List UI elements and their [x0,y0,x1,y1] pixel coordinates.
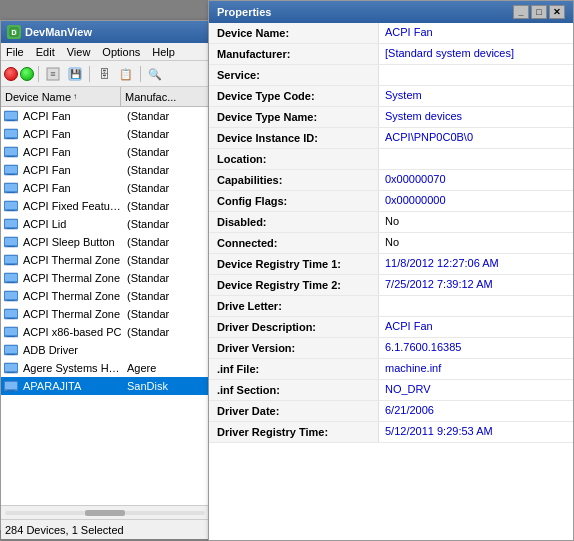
svg-rect-30 [5,202,17,209]
property-row: Device Name:ACPI Fan [209,23,573,44]
hscrollbar[interactable] [1,505,209,519]
toolbar-btn-2[interactable]: 💾 [65,64,85,84]
device-name-cell: APARAJITA [21,380,125,392]
device-manufacturer-cell: (Standar [125,110,209,122]
svg-rect-15 [8,137,14,138]
device-list-item[interactable]: ACPI Fan(Standar [1,143,209,161]
property-label: Config Flags: [209,191,379,211]
menu-help[interactable]: Help [149,46,178,58]
properties-titlebar: Properties _ □ ✕ [209,1,573,23]
device-icon [3,270,19,286]
property-row: .inf File:machine.inf [209,359,573,380]
property-label: Device Registry Time 2: [209,275,379,295]
menu-options[interactable]: Options [99,46,143,58]
device-name-cell: ACPI Thermal Zone [21,290,125,302]
property-label: Capabilities: [209,170,379,190]
property-label: Connected: [209,233,379,253]
device-list-item[interactable]: ACPI x86-based PC(Standar [1,323,209,341]
device-list-item[interactable]: ACPI Thermal Zone(Standar [1,287,209,305]
toolbar-btn-4[interactable]: 📋 [116,64,136,84]
device-list-item[interactable]: ACPI Fan(Standar [1,179,209,197]
toolbar-btn-1[interactable]: ≡ [43,64,63,84]
devmanview-title: DevManView [25,26,92,38]
property-label: Device Registry Time 1: [209,254,379,274]
property-value: ACPI Fan [379,317,573,335]
property-row: Manufacturer:[Standard system devices] [209,44,573,65]
status-text: 284 Devices, 1 Selected [5,524,124,536]
device-name-cell: ACPI Fan [21,110,125,122]
device-icon [3,324,19,340]
property-row: Drive Letter: [209,296,573,317]
svg-rect-50 [5,292,17,299]
property-row: .inf Section:NO_DRV [209,380,573,401]
svg-rect-55 [8,317,14,318]
property-row: Driver Date:6/21/2006 [209,401,573,422]
device-icon [3,180,19,196]
device-icon [3,144,19,160]
minimize-button[interactable]: _ [513,5,529,19]
svg-rect-39 [8,245,14,246]
device-list-item[interactable]: APARAJITASanDisk [1,377,209,395]
device-name-cell: ACPI Thermal Zone [21,308,125,320]
svg-rect-42 [5,256,17,263]
property-value: ACPI\PNP0C0B\0 [379,128,573,146]
property-value [379,65,573,71]
toolbar-btn-5[interactable]: 🔍 [145,64,165,84]
svg-rect-48 [7,282,15,283]
device-manufacturer-cell: (Standar [125,254,209,266]
property-row: Driver Description:ACPI Fan [209,317,573,338]
device-list[interactable]: ACPI Fan(Standar ACPI Fan(Standar ACPI F… [1,107,209,505]
device-name-cell: ACPI Fixed Feature Bu... [21,200,125,212]
svg-rect-54 [5,310,17,317]
device-name-cell: ACPI Thermal Zone [21,272,125,284]
device-list-item[interactable]: ACPI Fan(Standar [1,107,209,125]
property-row: Device Type Name:System devices [209,107,573,128]
svg-rect-34 [5,220,17,227]
device-list-item[interactable]: ACPI Fan(Standar [1,161,209,179]
device-manufacturer-cell: (Standar [125,200,209,212]
property-value: 0x00000070 [379,170,573,188]
svg-rect-40 [7,246,15,247]
svg-rect-28 [7,192,15,193]
device-list-item[interactable]: Agere Systems HDA ...Agere [1,359,209,377]
menubar: File Edit View Options Help [1,43,209,61]
device-list-item[interactable]: ACPI Fixed Feature Bu...(Standar [1,197,209,215]
menu-edit[interactable]: Edit [33,46,58,58]
menu-file[interactable]: File [3,46,27,58]
property-value: 0x00000000 [379,191,573,209]
svg-rect-43 [8,263,14,264]
device-icon [3,234,19,250]
properties-title: Properties [217,6,271,18]
device-list-item[interactable]: ACPI Thermal Zone(Standar [1,251,209,269]
toolbar-btn-3[interactable]: 🗄 [94,64,114,84]
property-label: Driver Version: [209,338,379,358]
device-list-item[interactable]: ACPI Thermal Zone(Standar [1,305,209,323]
devmanview-window: D DevManView File Edit View Options Help… [0,20,210,530]
device-list-item[interactable]: ACPI Thermal Zone(Standar [1,269,209,287]
svg-rect-44 [7,264,15,265]
device-list-item[interactable]: ACPI Lid(Standar [1,215,209,233]
close-button[interactable]: ✕ [549,5,565,19]
svg-rect-38 [5,238,17,245]
titlebar-controls: _ □ ✕ [513,5,565,19]
device-list-item[interactable]: ADB Driver [1,341,209,359]
device-manufacturer-cell: (Standar [125,236,209,248]
svg-rect-10 [5,112,17,119]
maximize-button[interactable]: □ [531,5,547,19]
header-device-name[interactable]: Device Name ↑ [1,87,121,106]
svg-rect-52 [7,300,15,301]
property-value: NO_DRV [379,380,573,398]
sort-arrow: ↑ [73,92,77,101]
device-list-item[interactable]: ACPI Fan(Standar [1,125,209,143]
svg-rect-74 [85,510,125,516]
toolbar-green-circle [20,67,34,81]
svg-rect-31 [8,209,14,210]
svg-rect-51 [8,299,14,300]
header-manufacturer[interactable]: Manufac... [121,87,209,106]
device-name-cell: ACPI Sleep Button [21,236,125,248]
device-name-cell: ACPI x86-based PC [21,326,125,338]
property-value: System [379,86,573,104]
device-list-item[interactable]: ACPI Sleep Button(Standar [1,233,209,251]
menu-view[interactable]: View [64,46,94,58]
svg-rect-59 [8,335,14,336]
